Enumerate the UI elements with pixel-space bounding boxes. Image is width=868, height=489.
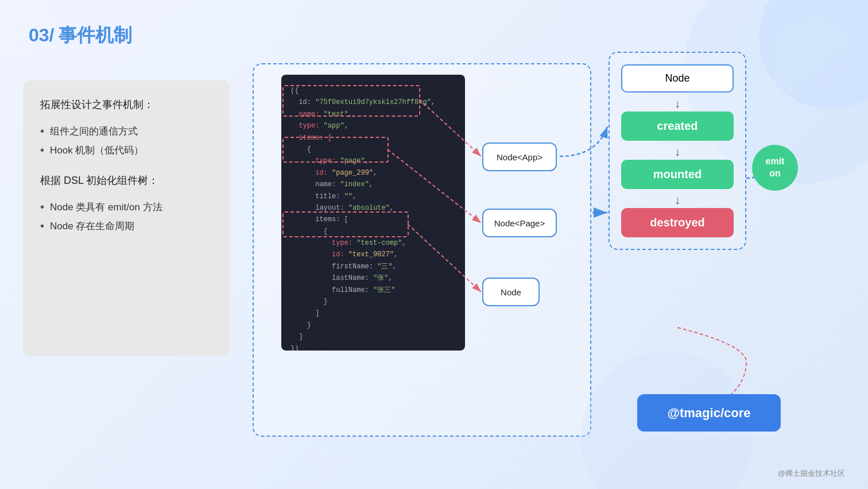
node-page-label: Node<Page> <box>494 218 545 228</box>
section2-title: 根据 DSL 初始化组件树： <box>40 174 212 187</box>
code-highlight-box-2 <box>282 137 389 163</box>
bullet-item-3: Node 类具有 emit/on 方法 <box>40 198 212 217</box>
code-highlight-box-1 <box>282 85 420 117</box>
lifecycle-destroyed-label: destroyed <box>650 216 705 229</box>
deco-circle-2 <box>770 17 857 103</box>
lifecycle-arrow-1: ↓ <box>621 97 734 110</box>
on-label: on <box>766 168 785 180</box>
lifecycle-mounted-box: mounted <box>621 160 734 189</box>
node-plain-box: Node <box>482 278 540 306</box>
tmagic-core-label: @tmagic/core <box>668 406 751 421</box>
bullet-list-1: 组件之间的通信方式 Hook 机制（低代码） <box>40 122 212 160</box>
page-title: 03/事件机制 <box>29 23 137 48</box>
bullet-item-1: 组件之间的通信方式 <box>40 122 212 141</box>
lifecycle-node-box: Node <box>621 64 734 93</box>
bullet-list-2: Node 类具有 emit/on 方法 Node 存在生命周期 <box>40 198 212 236</box>
watermark: @稀土掘金技术社区 <box>778 468 845 479</box>
emit-label: emit <box>766 156 785 168</box>
title-text: 事件机制 <box>59 25 132 45</box>
bullet-item-4: Node 存在生命周期 <box>40 217 212 236</box>
emit-on-bubble: emit on <box>752 145 798 191</box>
node-page-box: Node<Page> <box>482 209 557 237</box>
lifecycle-created-label: created <box>657 120 698 132</box>
node-app-label: Node<App> <box>497 152 542 162</box>
node-app-box: Node<App> <box>482 143 557 171</box>
lifecycle-created-box: created <box>621 111 734 141</box>
code-highlight-box-3 <box>282 211 409 237</box>
left-panel: 拓展性设计之事件机制： 组件之间的通信方式 Hook 机制（低代码） 根据 DS… <box>23 80 230 356</box>
lifecycle-arrow-3: ↓ <box>621 194 734 207</box>
lifecycle-destroyed-box: destroyed <box>621 208 734 237</box>
lifecycle-area: Node ↓ created ↓ mounted ↓ destroyed <box>609 52 746 250</box>
lifecycle-arrow-2: ↓ <box>621 145 734 159</box>
section1-title: 拓展性设计之事件机制： <box>40 98 212 111</box>
lifecycle-node-label: Node <box>665 72 689 84</box>
tmagic-core-box: @tmagic/core <box>637 394 781 432</box>
title-number: 03/ <box>29 25 54 45</box>
bullet-item-2: Hook 机制（低代码） <box>40 141 212 160</box>
node-plain-label: Node <box>501 287 521 297</box>
lifecycle-mounted-label: mounted <box>653 168 702 180</box>
